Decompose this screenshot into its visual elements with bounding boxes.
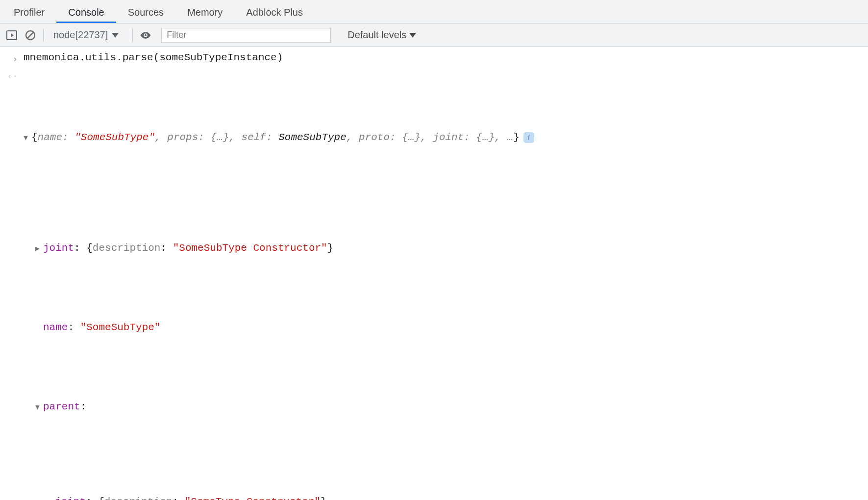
tree-root[interactable]: {name: "SomeSubType", props: {…}, self: … bbox=[24, 130, 863, 146]
disclosure-triangle-icon[interactable] bbox=[35, 241, 43, 257]
console-toolbar: node[22737] Default levels bbox=[0, 24, 868, 47]
clear-console-icon[interactable] bbox=[25, 29, 36, 41]
tab-adblock-plus[interactable]: Adblock Plus bbox=[234, 1, 315, 23]
disclosure-triangle-icon[interactable] bbox=[35, 400, 43, 416]
filter-input[interactable] bbox=[161, 28, 331, 43]
tab-strip: Profiler Console Sources Memory Adblock … bbox=[0, 0, 868, 24]
context-selector[interactable]: node[22737] bbox=[50, 24, 125, 47]
disclosure-triangle-icon[interactable] bbox=[24, 131, 31, 146]
eye-icon[interactable] bbox=[140, 29, 151, 41]
tree-item-name[interactable]: name: "SomeSubType" bbox=[35, 320, 863, 336]
chevron-down-icon bbox=[409, 33, 416, 38]
tab-memory[interactable]: Memory bbox=[175, 1, 234, 23]
tree-item-parent-joint[interactable]: joint: {description: "SomeType Construct… bbox=[47, 494, 863, 500]
prompt-chevron-icon: › bbox=[0, 50, 24, 67]
tree-item-parent[interactable]: parent: bbox=[35, 399, 863, 416]
tree-item-joint[interactable]: joint: {description: "SomeSubType Constr… bbox=[35, 240, 863, 257]
log-level-selector[interactable]: Default levels bbox=[347, 29, 416, 41]
context-label: node[22737] bbox=[53, 29, 108, 41]
console-input-text: mnemonica.utils.parse(someSubTypeInstanc… bbox=[24, 50, 863, 66]
svg-marker-1 bbox=[11, 33, 14, 37]
svg-point-6 bbox=[145, 34, 147, 36]
console-input-row[interactable]: › mnemonica.utils.parse(someSubTypeInsta… bbox=[0, 50, 868, 67]
output-chevron-icon: ‹· bbox=[0, 67, 24, 84]
console-output: › mnemonica.utils.parse(someSubTypeInsta… bbox=[0, 47, 868, 500]
svg-line-3 bbox=[27, 32, 33, 38]
svg-marker-7 bbox=[409, 33, 416, 38]
console-output-row: ‹· {name: "SomeSubType", props: {…}, sel… bbox=[0, 67, 868, 500]
tab-console[interactable]: Console bbox=[56, 1, 116, 23]
tab-profiler[interactable]: Profiler bbox=[2, 1, 56, 23]
toolbar-separator bbox=[43, 29, 44, 42]
toolbar-separator bbox=[132, 29, 133, 42]
disclosure-triangle-icon[interactable] bbox=[47, 495, 55, 500]
output-tree: {name: "SomeSubType", props: {…}, self: … bbox=[24, 67, 863, 500]
tab-sources[interactable]: Sources bbox=[116, 1, 175, 23]
chevron-down-icon bbox=[112, 33, 119, 38]
toggle-sidebar-icon[interactable] bbox=[6, 29, 18, 41]
log-level-label: Default levels bbox=[347, 29, 406, 41]
svg-marker-4 bbox=[112, 33, 119, 38]
info-icon[interactable]: i bbox=[523, 132, 534, 143]
